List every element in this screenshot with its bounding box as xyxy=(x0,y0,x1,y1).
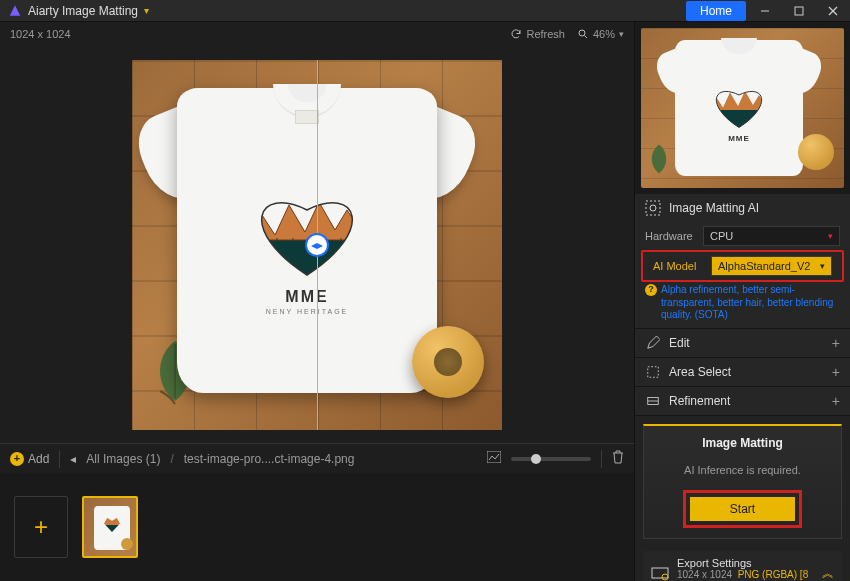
side-panel: MME Image Matting AI Hardware CPU ▾ AI M… xyxy=(634,22,850,581)
export-settings[interactable]: Export Settings 1024 x 1024 PNG (RGBA) [… xyxy=(643,551,842,582)
tshirt-brand-sub: NENY HERITAGE xyxy=(177,308,437,315)
ai-model-row-highlighted: AI Model AlphaStandard_V2 ▾ xyxy=(641,250,844,282)
matting-card-title: Image Matting xyxy=(654,436,831,450)
thumbnail-size-slider[interactable] xyxy=(511,457,591,461)
image-matting-card: Image Matting AI Inference is required. … xyxy=(643,424,842,539)
expand-icon[interactable]: + xyxy=(832,335,840,351)
svg-point-4 xyxy=(579,30,585,36)
canvas-dimensions: 1024 x 1024 xyxy=(10,28,71,40)
svg-rect-29 xyxy=(652,568,668,578)
app-menu-chevron-icon[interactable]: ▾ xyxy=(144,5,149,16)
matting-ai-icon xyxy=(645,200,661,216)
app-logo-icon xyxy=(8,4,22,18)
canvas-area[interactable]: MME NENY HERITAGE ◂▸ xyxy=(0,46,634,443)
prop-cup xyxy=(412,326,484,398)
hardware-select[interactable]: CPU ▾ xyxy=(703,226,840,246)
compare-handle[interactable]: ◂▸ xyxy=(305,233,329,257)
window-maximize-button[interactable] xyxy=(782,0,816,22)
magnifier-icon xyxy=(577,28,589,40)
ai-model-select[interactable]: AlphaStandard_V2 ▾ xyxy=(711,256,832,276)
edit-icon xyxy=(645,335,661,351)
add-button[interactable]: + Add xyxy=(10,452,49,466)
hardware-label: Hardware xyxy=(645,230,697,242)
thumbnail-strip: + xyxy=(0,473,634,581)
window-minimize-button[interactable] xyxy=(748,0,782,22)
expand-icon[interactable]: + xyxy=(832,364,840,380)
svg-line-5 xyxy=(584,36,587,39)
footer-bar: + Add ◂ All Images (1) / test-image-pro.… xyxy=(0,443,634,473)
workspace: 1024 x 1024 Refresh 46% ▾ xyxy=(0,22,634,581)
thumbnail-add-button[interactable]: + xyxy=(14,496,68,558)
start-button[interactable]: Start xyxy=(690,497,795,521)
thumbnail-item[interactable] xyxy=(82,496,138,558)
area-select-icon xyxy=(645,364,661,380)
section-image-matting-ai: Image Matting AI Hardware CPU ▾ AI Model… xyxy=(635,194,850,329)
svg-rect-1 xyxy=(795,7,803,15)
collapse-up-icon[interactable]: ︽ xyxy=(822,565,834,581)
chevron-down-icon: ▾ xyxy=(820,261,825,271)
breadcrumb-filename[interactable]: test-image-pro....ct-image-4.png xyxy=(184,452,355,466)
refinement-icon xyxy=(645,393,661,409)
titlebar: Aiarty Image Matting ▾ Home xyxy=(0,0,850,22)
home-button[interactable]: Home xyxy=(686,1,746,21)
plus-circle-icon: + xyxy=(10,452,24,466)
thumbnail-size-icon[interactable] xyxy=(487,451,501,466)
canvas-header: 1024 x 1024 Refresh 46% ▾ xyxy=(0,22,634,46)
breadcrumb-back-icon[interactable]: ◂ xyxy=(70,452,76,466)
refresh-icon xyxy=(510,28,522,40)
expand-icon[interactable]: + xyxy=(832,393,840,409)
ai-model-label: AI Model xyxy=(653,260,705,272)
chevron-down-icon: ▾ xyxy=(619,29,624,39)
svg-rect-23 xyxy=(709,108,769,131)
svg-rect-22 xyxy=(487,451,501,463)
canvas-image: MME NENY HERITAGE ◂▸ xyxy=(132,60,502,430)
app-title: Aiarty Image Matting xyxy=(28,4,138,18)
start-button-highlighted: Start xyxy=(683,490,802,528)
chevron-down-icon: ▾ xyxy=(828,231,833,241)
delete-button[interactable] xyxy=(612,450,624,467)
preview-pane: MME xyxy=(635,22,850,194)
tshirt-brand: MME xyxy=(177,288,437,306)
svg-point-7 xyxy=(320,193,330,203)
svg-point-25 xyxy=(650,205,656,211)
svg-point-30 xyxy=(662,574,668,580)
section-refinement[interactable]: Refinement + xyxy=(635,387,850,416)
section-edit[interactable]: Edit + xyxy=(635,329,850,358)
help-icon[interactable]: ? xyxy=(645,284,657,296)
section-area-select[interactable]: Area Select + xyxy=(635,358,850,387)
window-close-button[interactable] xyxy=(816,0,850,22)
export-settings-title: Export Settings xyxy=(677,557,814,569)
matting-card-subtitle: AI Inference is required. xyxy=(654,464,831,476)
svg-rect-26 xyxy=(648,366,659,377)
breadcrumb-all-images[interactable]: All Images (1) xyxy=(86,452,160,466)
ai-model-hint: ? Alpha refinement, better semi-transpar… xyxy=(635,282,850,328)
svg-rect-24 xyxy=(646,201,660,215)
refresh-button[interactable]: Refresh xyxy=(510,28,565,40)
export-settings-icon xyxy=(651,567,669,581)
section-title: Image Matting AI xyxy=(669,201,759,215)
zoom-control[interactable]: 46% ▾ xyxy=(577,28,624,40)
